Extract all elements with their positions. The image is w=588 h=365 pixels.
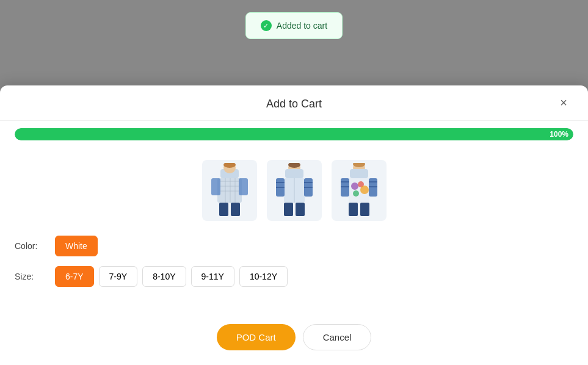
svg-rect-1: [217, 178, 242, 203]
toast-notification: ✓ Added to cart: [245, 12, 343, 39]
toast-message: Added to cart: [277, 21, 327, 31]
modal-header: Add to Cart ×: [0, 85, 588, 121]
color-option-row: Color: White: [15, 236, 573, 256]
svg-rect-16: [285, 169, 303, 178]
size-label: Size:: [15, 272, 45, 281]
svg-rect-11: [231, 203, 240, 216]
modal-title: Add to Cart: [266, 98, 322, 110]
close-icon: ×: [560, 96, 567, 110]
svg-point-39: [360, 186, 369, 194]
size-option-row: Size: 6-7Y 7-9Y 8-10Y 9-11Y 10-12Y: [15, 266, 573, 287]
modal-footer: POD Cart Cancel: [0, 314, 588, 365]
svg-rect-10: [219, 203, 228, 216]
size-button-9-11y[interactable]: 9-11Y: [191, 266, 234, 287]
product-image-svg-1: [208, 163, 251, 218]
color-button-white[interactable]: White: [55, 236, 98, 256]
color-buttons: White: [55, 236, 98, 256]
svg-rect-25: [284, 203, 293, 216]
product-image-2: [267, 160, 322, 221]
svg-rect-41: [349, 203, 358, 216]
size-button-10-12y[interactable]: 10-12Y: [239, 266, 288, 287]
progress-bar-fill: 100%: [15, 128, 573, 140]
progress-container: 100%: [0, 121, 588, 148]
cancel-button[interactable]: Cancel: [303, 324, 372, 350]
svg-rect-26: [296, 203, 305, 216]
product-image-1: [202, 160, 257, 221]
pod-cart-button[interactable]: POD Cart: [217, 324, 296, 350]
modal-body: Color: White Size: 6-7Y 7-9Y 8-10Y 9-11Y…: [0, 148, 588, 314]
progress-label: 100%: [550, 130, 568, 139]
product-images: [15, 160, 573, 221]
size-button-7-9y[interactable]: 7-9Y: [99, 266, 138, 287]
product-image-svg-2: [273, 163, 316, 218]
size-buttons: 6-7Y 7-9Y 8-10Y 9-11Y 10-12Y: [55, 266, 288, 287]
toast-check-icon: ✓: [261, 20, 272, 31]
svg-point-40: [353, 190, 359, 197]
modal-close-button[interactable]: ×: [554, 93, 573, 113]
top-bar: ✓ Added to cart: [0, 0, 588, 85]
svg-rect-31: [341, 178, 349, 197]
svg-point-37: [351, 182, 358, 190]
progress-bar-background: 100%: [15, 128, 573, 140]
product-image-3: [332, 160, 387, 221]
modal-overlay: Add to Cart × 100%: [0, 85, 588, 365]
svg-rect-42: [360, 203, 369, 216]
svg-rect-2: [211, 178, 220, 195]
svg-rect-29: [350, 169, 368, 178]
svg-rect-3: [239, 178, 248, 195]
color-label: Color:: [15, 241, 45, 251]
size-button-6-7y[interactable]: 6-7Y: [55, 266, 94, 287]
product-image-svg-3: [338, 163, 380, 218]
svg-rect-32: [369, 178, 377, 197]
size-button-8-10y[interactable]: 8-10Y: [142, 266, 186, 287]
